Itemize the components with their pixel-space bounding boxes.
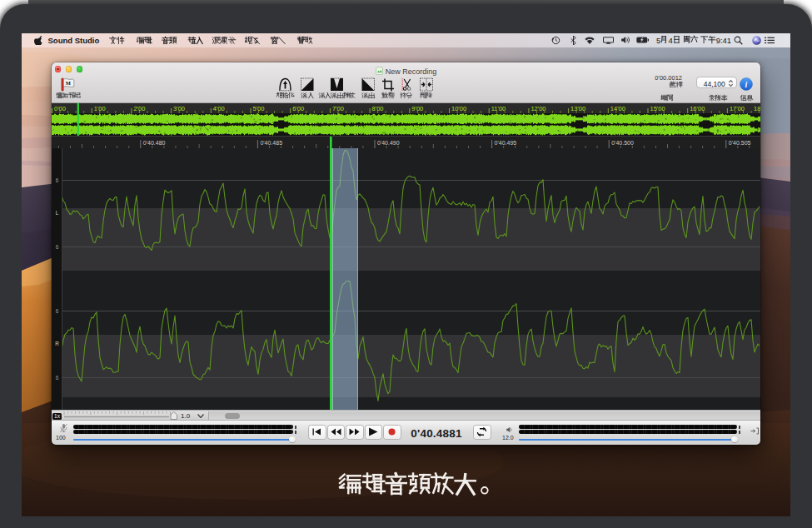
svg-text:0'40.480: 0'40.480 (143, 140, 166, 146)
svg-text:8'00: 8'00 (372, 105, 384, 112)
svg-text:11'00: 11'00 (491, 105, 506, 112)
svg-text:3'00: 3'00 (173, 105, 185, 112)
svg-text:15'00: 15'00 (650, 105, 665, 112)
svg-text:18: 18 (754, 105, 760, 112)
svg-text:2'00: 2'00 (133, 105, 145, 112)
svg-text:13'00: 13'00 (570, 105, 585, 112)
svg-text:0'40.485: 0'40.485 (260, 140, 282, 146)
svg-text:0'40.500: 0'40.500 (611, 140, 634, 146)
svg-text:16'00: 16'00 (690, 105, 705, 112)
svg-text:0'40.495: 0'40.495 (495, 140, 517, 146)
svg-text:M: M (66, 80, 71, 86)
svg-text:i: i (745, 80, 748, 89)
svg-text:5'00: 5'00 (253, 105, 265, 112)
svg-text:7'00: 7'00 (332, 105, 344, 112)
svg-text:10'00: 10'00 (451, 105, 466, 112)
svg-text:1'00: 1'00 (94, 105, 106, 112)
svg-text:9'00: 9'00 (411, 105, 423, 112)
svg-text:4'00: 4'00 (213, 105, 225, 112)
svg-text:14'00: 14'00 (610, 105, 625, 112)
svg-text:0'40.505: 0'40.505 (729, 140, 751, 146)
svg-text:0'40.490: 0'40.490 (377, 140, 400, 146)
svg-text:12'00: 12'00 (531, 105, 545, 112)
svg-text:17'00: 17'00 (730, 105, 745, 112)
svg-text:6'00: 6'00 (292, 105, 304, 112)
svg-text:0'00: 0'00 (54, 105, 66, 112)
